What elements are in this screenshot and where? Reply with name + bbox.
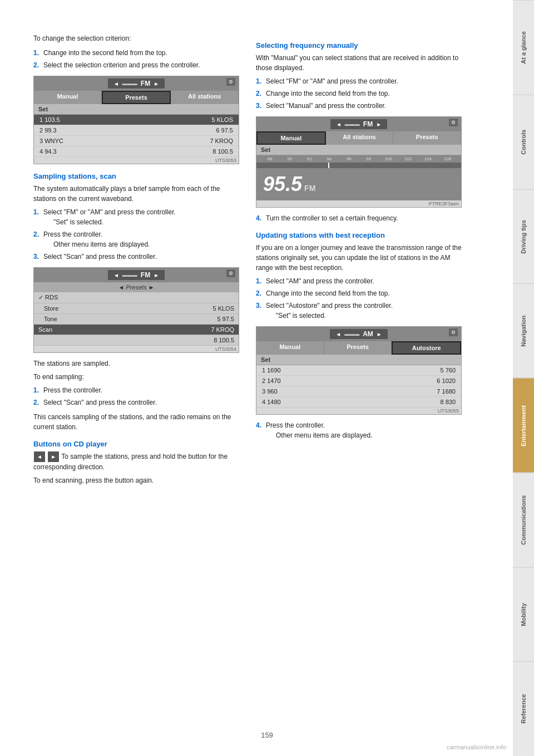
end-scan-step-2: 2. Select "Scan" and press the controlle… xyxy=(33,397,239,408)
step-text-2: Select the selection criterion and press… xyxy=(43,61,200,69)
main-content: To change the selection criterion: 1. Ch… xyxy=(0,0,513,511)
cd-next-button[interactable]: ► xyxy=(48,451,59,462)
step-num-1: 1. xyxy=(33,48,39,58)
end-scan-step-text-1: Press the controller. xyxy=(43,386,102,394)
am-autostore-screen: ◄ ▬▬▬ AM ► ⚙ Manual Presets Autostore Se… xyxy=(256,326,462,415)
manual-step-text-4: Turn the controller to set a certain fre… xyxy=(266,214,398,222)
screen1-stations: 1 103.5 5 KLOS 2 99.3 6 97.5 3 WNYC 7 KR… xyxy=(34,115,239,157)
sidebar-tab-reference[interactable]: Reference xyxy=(513,661,534,756)
cd-section-header: Buttons on CD player xyxy=(33,440,239,448)
scale-104: 104 xyxy=(419,156,437,161)
manual-step-num-2: 2. xyxy=(256,89,261,99)
screen1-set-row: Set xyxy=(34,104,239,115)
am-station-right-1: 6 1020 xyxy=(437,377,456,384)
menu-item-scan[interactable]: Scan 7 KROQ xyxy=(34,325,239,335)
right-column: Selecting frequency manually With "Manua… xyxy=(256,33,462,489)
screen3-scale-bar: 88 90 92 94 96 98 100 102 104 106 xyxy=(256,155,461,163)
screen2-menu-list: ✓ RDS Store 5 KLOS Tone 5 97.5 Scan 7 KR… xyxy=(34,292,239,346)
sidebar-tab-entertainment[interactable]: Entertainment xyxy=(513,378,534,473)
menu-item-tone[interactable]: Tone 5 97.5 xyxy=(34,314,239,325)
autostore-step-num-1: 1. xyxy=(256,276,261,286)
screen4-tab-manual[interactable]: Manual xyxy=(256,341,324,355)
screen2-right-arrow: ► xyxy=(154,272,159,278)
autostore-step-text-2: Change into the second field from the to… xyxy=(266,289,390,297)
screen4-tab-row: Manual Presets Autostore xyxy=(256,341,461,355)
screen3-freq-big: 95.5 xyxy=(263,173,302,196)
screen2-header: ◄ ▬▬▬ FM ► ⚙ xyxy=(34,268,239,282)
menu-item-last[interactable]: 8 100.5 xyxy=(34,335,239,346)
station-left-1: 2 99.3 xyxy=(39,127,57,134)
screen4-tab-autostore[interactable]: Autostore xyxy=(392,341,461,355)
sidebar-tabs: At a glance Controls Driving tips Naviga… xyxy=(513,0,534,756)
screen3-label: ▬▬▬ xyxy=(345,121,360,127)
am-station-row-2: 3 960 7 1680 xyxy=(256,386,461,397)
manual-step-num-1: 1. xyxy=(256,76,261,86)
screen3-tab-all-stations[interactable]: All stations xyxy=(326,131,394,145)
station-left-2: 3 WNYC xyxy=(39,138,63,144)
scan-step-num-3: 3. xyxy=(33,252,39,262)
screen1-icon: ⚙ xyxy=(226,78,235,86)
watermark: carmanualsonline.info xyxy=(447,744,506,750)
am-station-left-1: 2 1470 xyxy=(262,377,281,384)
screen1-tab-all-stations[interactable]: All stations xyxy=(171,91,239,104)
autostore-step-text-1: Select "AM" and press the controller. xyxy=(266,277,374,285)
station-left-3: 4 94.3 xyxy=(39,148,57,155)
station-row-3: 4 94.3 8 100.5 xyxy=(34,146,239,157)
station-row-0: 1 103.5 5 KLOS xyxy=(34,115,239,125)
am-station-row-1: 2 1470 6 1020 xyxy=(256,376,461,386)
stations-sampled-text: The stations are sampled. xyxy=(33,359,239,369)
autostore-steps: 1. Select "AM" and press the controller.… xyxy=(256,276,462,321)
sidebar-tab-communications[interactable]: Communications xyxy=(513,473,534,567)
am-station-right-0: 5 760 xyxy=(440,367,456,374)
sidebar-tab-mobility[interactable]: Mobility xyxy=(513,567,534,662)
screen4-tab-presets[interactable]: Presets xyxy=(324,341,392,355)
sidebar-tab-navigation[interactable]: Navigation xyxy=(513,283,534,378)
screen3-tab-presets[interactable]: Presets xyxy=(393,131,461,145)
fm-presets-screen: ◄ ▬▬▬ FM ► ⚙ Manual Presets All stations… xyxy=(33,76,239,164)
screen1-tab-manual[interactable]: Manual xyxy=(34,91,102,104)
screen3-header: ◄ ▬▬▬ FM ► ⚙ xyxy=(256,117,461,131)
screen4-set-row: Set xyxy=(256,355,461,365)
am-station-row-0: 1 1690 5 760 xyxy=(256,365,461,376)
manual-step-num-3: 3. xyxy=(256,101,261,111)
scan-step-3: 3. Select "Scan" and press the controlle… xyxy=(33,252,239,262)
am-station-left-2: 3 960 xyxy=(262,388,278,395)
screen1-tab-row: Manual Presets All stations xyxy=(34,91,239,104)
screen3-tab-manual[interactable]: Manual xyxy=(256,131,326,145)
manual-step-2: 2. Change into the second field from the… xyxy=(256,89,462,99)
screen3-header-inner: ◄ ▬▬▬ FM ► xyxy=(330,119,387,129)
menu-item-last-station: 8 100.5 xyxy=(214,337,234,343)
manual-body: With "Manual" you can select stations th… xyxy=(256,53,462,73)
sidebar-tab-controls[interactable]: Controls xyxy=(513,95,534,189)
screen4-header: ◄ ▬▬▬ AM ► ⚙ xyxy=(256,327,461,341)
manual-step-text-1: Select "FM" or "AM" and press the contro… xyxy=(266,77,398,85)
scale-96: 96 xyxy=(340,156,358,161)
end-scan-step-text-2: Select "Scan" and press the controller. xyxy=(43,399,157,406)
scale-106: 106 xyxy=(439,156,457,161)
cd-prev-button[interactable]: ◄ xyxy=(34,451,45,462)
menu-item-store[interactable]: Store 5 KLOS xyxy=(34,303,239,314)
screen1-label: ▬▬▬ xyxy=(122,81,137,86)
screen3-fm-label: FM xyxy=(363,120,373,128)
menu-item-store-label: Store xyxy=(44,305,58,312)
scan-step-1: 1. Select "FM" or "AM" and press the con… xyxy=(33,207,239,227)
scan-steps: 1. Select "FM" or "AM" and press the con… xyxy=(33,207,239,262)
screen1-right-arrow: ► xyxy=(154,81,159,87)
screen4-header-inner: ◄ ▬▬▬ AM ► xyxy=(330,329,387,339)
menu-item-scan-label: Scan xyxy=(38,326,52,333)
scan-step-num-2: 2. xyxy=(33,229,39,239)
sidebar-tab-driving-tips[interactable]: Driving tips xyxy=(513,189,534,284)
sidebar-tab-at-a-glance[interactable]: At a glance xyxy=(513,0,534,95)
menu-item-rds[interactable]: ✓ RDS xyxy=(34,292,239,303)
am-station-left-0: 1 1690 xyxy=(262,367,281,374)
screen1-header: ◄ ▬▬▬ FM ► ⚙ xyxy=(34,76,239,91)
screen2-presets-bar: ◄ Presets ► xyxy=(34,282,239,292)
manual-step4: 4. Turn the controller to set a certain … xyxy=(256,213,462,223)
manual-step-num-4: 4. xyxy=(256,213,261,223)
screen2-left-arrow: ◄ xyxy=(113,272,119,278)
screen4-right-arrow: ► xyxy=(377,331,382,337)
station-row-2: 3 WNYC 7 KROQ xyxy=(34,136,239,146)
screen3-left-arrow: ◄ xyxy=(336,121,342,127)
screen1-tab-presets[interactable]: Presets xyxy=(102,91,171,104)
menu-item-tone-label: Tone xyxy=(44,316,57,322)
